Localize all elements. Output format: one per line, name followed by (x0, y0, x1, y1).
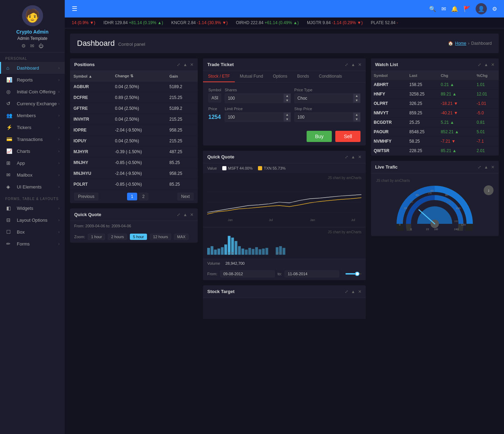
spin-down[interactable]: ▼ (354, 98, 360, 103)
limit-price-input[interactable] (225, 112, 284, 122)
spin-down[interactable]: ▼ (284, 98, 290, 103)
spin-down[interactable]: ▼ (354, 117, 360, 122)
collapse-icon[interactable]: ▲ (351, 289, 355, 294)
sidebar-item-forms[interactable]: ✏ Forms › (0, 238, 65, 250)
close-icon[interactable]: ✕ (491, 62, 495, 67)
sidebar-item-app[interactable]: ⊞ App › (0, 157, 65, 169)
sidebar-item-dashboard[interactable]: ⌂ Dashboard › (0, 62, 65, 74)
tab-stock-etf[interactable]: Stock / ETF (203, 71, 235, 82)
close-icon[interactable]: ✕ (358, 155, 362, 159)
topbar-flag-icon[interactable]: 🚩 (463, 6, 470, 12)
topbar-bell-icon[interactable]: 🔔 (451, 6, 458, 12)
spin-up[interactable]: ▲ (354, 94, 360, 98)
hamburger-menu-icon[interactable]: ☰ (72, 5, 77, 13)
topbar-mail-icon[interactable]: ✉ (441, 6, 446, 12)
zoom-1h[interactable]: 1 hour (88, 234, 105, 240)
last-cell: 859.25 (406, 108, 438, 118)
price-type-spinner[interactable]: ▲ ▼ (353, 93, 360, 103)
sidebar-item-members[interactable]: 👥 Members › (0, 109, 65, 121)
resize-icon[interactable]: ⤢ (478, 62, 481, 67)
to-date-input[interactable] (285, 270, 339, 277)
positions-title: Positions (74, 62, 177, 67)
charts-icon: 📈 (6, 148, 13, 154)
chg-cell: -7.21 ▼ (438, 137, 474, 146)
sell-button[interactable]: Sell (335, 131, 360, 142)
power-icon[interactable]: ⏻ (38, 43, 43, 49)
collapse-icon[interactable]: ▲ (484, 165, 488, 170)
svg-text:22: 22 (426, 228, 429, 231)
sidebar-item-transactions[interactable]: 💳 Transactions › (0, 133, 65, 145)
tab-conditionals[interactable]: Conditionals (314, 71, 347, 82)
sidebar-item-currency[interactable]: ↺ Currency Exchange › (0, 98, 65, 109)
collapse-icon[interactable]: ▲ (351, 155, 355, 159)
topbar-avatar[interactable]: 👤 (476, 3, 487, 14)
shares-spinner[interactable]: ▲ ▼ (284, 93, 291, 103)
buy-button[interactable]: Buy (307, 131, 332, 142)
topbar-gear-icon[interactable]: ⚙ (492, 6, 497, 12)
close-icon[interactable]: ✕ (358, 289, 362, 294)
live-traffic-widget: Live Trafic ⤢ ▲ ✕ JS chart by amCharts (371, 161, 499, 236)
spin-up[interactable]: ▲ (284, 113, 290, 117)
collapse-icon[interactable]: ▲ (183, 62, 187, 67)
prev-button[interactable]: Previous (74, 193, 98, 200)
limit-spinner[interactable]: ▲ ▼ (284, 112, 291, 122)
collapse-icon[interactable]: ▲ (484, 62, 488, 67)
resize-icon[interactable]: ⤢ (345, 62, 348, 67)
close-icon[interactable]: ✕ (491, 165, 495, 170)
sidebar-item-ui[interactable]: ◈ UI Elements › (0, 181, 65, 193)
zoom-12h[interactable]: 12 hours (150, 234, 171, 240)
spin-down[interactable]: ▼ (284, 117, 290, 122)
sidebar-item-ico[interactable]: ◎ Initial Coin Offering › (0, 86, 65, 98)
svg-text:40: 40 (415, 193, 419, 197)
sidebar-item-widgets[interactable]: ◧ Widgets › (0, 202, 65, 214)
sidebar-item-box[interactable]: ☐ Box › (0, 226, 65, 238)
sidebar-item-charts[interactable]: 📈 Charts › (0, 145, 65, 157)
price-type-input[interactable] (294, 93, 353, 103)
resize-icon[interactable]: ⤢ (177, 212, 180, 217)
svg-text:Jan: Jan (228, 218, 233, 222)
collapse-icon[interactable]: ▲ (351, 62, 355, 67)
tab-mutual-fund[interactable]: Mutual Fund (235, 71, 268, 82)
close-icon[interactable]: ✕ (190, 62, 194, 67)
zoom-2h[interactable]: 2 hours (108, 234, 127, 240)
stop-spinner[interactable]: ▲ ▼ (353, 112, 360, 122)
zoom-5h[interactable]: 5 hour (130, 234, 147, 240)
svg-text:160: 160 (454, 220, 458, 222)
settings-icon[interactable]: ⚙ (21, 43, 26, 49)
page-1-button[interactable]: 1 (127, 193, 137, 200)
sidebar-item-layout[interactable]: ⊟ Layout Options › (0, 214, 65, 226)
download-button[interactable]: ↓ (484, 185, 493, 195)
zoom-max[interactable]: MAX (174, 234, 189, 240)
ico-icon: ◎ (6, 89, 13, 94)
sidebar-item-mailbox[interactable]: ✉ Mailbox › (0, 169, 65, 181)
sidebar-item-reports[interactable]: 📊 Reports › (0, 74, 65, 86)
collapse-icon[interactable]: ▲ (183, 212, 187, 217)
symbol-cell: NVMHFY (371, 137, 407, 146)
svg-rect-17 (241, 249, 244, 255)
shares-input[interactable] (225, 93, 284, 103)
page-2-button[interactable]: 2 (139, 193, 149, 200)
stop-price-input[interactable] (294, 112, 353, 122)
search-icon[interactable]: 🔍 (429, 6, 436, 12)
close-icon[interactable]: ✕ (190, 212, 194, 217)
close-icon[interactable]: ✕ (358, 62, 362, 67)
resize-icon[interactable]: ⤢ (478, 165, 481, 170)
main-chart-area: JS chart by amCharts Jan Jul Jan Jul (203, 173, 366, 227)
sidebar-item-tickers[interactable]: ⚡ Tickers › (0, 121, 65, 133)
resize-icon[interactable]: ⤢ (345, 289, 348, 294)
table-row: AGBUR 0.04 (2.50%) 5189.2 (70, 81, 198, 92)
from-date-input[interactable] (220, 270, 275, 277)
tab-bonds[interactable]: Bonds (292, 71, 314, 82)
mail-icon[interactable]: ✉ (30, 43, 34, 49)
symbol-cell: DCFRE (70, 92, 112, 103)
ticker-item: MJGTR 9.84 -1.14 (0.29% ▼) (307, 20, 363, 25)
tab-options[interactable]: Options (268, 71, 292, 82)
symbol-input[interactable] (208, 93, 221, 102)
resize-icon[interactable]: ⤢ (177, 62, 180, 67)
next-button[interactable]: Next (177, 193, 194, 200)
resize-icon[interactable]: ⤢ (345, 155, 348, 159)
spin-up[interactable]: ▲ (354, 113, 360, 117)
spin-up[interactable]: ▲ (284, 94, 290, 98)
breadcrumb-home[interactable]: Home (455, 41, 466, 46)
change-cell: -0.85 (-0.50%) (112, 179, 166, 190)
